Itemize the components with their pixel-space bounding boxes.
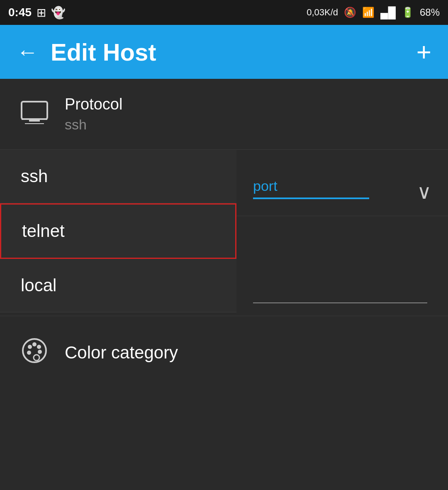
protocol-value: ssh xyxy=(65,117,122,133)
mute-icon: 🔕 xyxy=(344,7,356,18)
svg-point-7 xyxy=(37,345,41,349)
hostname-field-area xyxy=(236,216,448,316)
svg-point-10 xyxy=(34,355,39,361)
page-title: Edit Host xyxy=(51,38,156,66)
data-speed: 0,03K/d xyxy=(307,7,338,18)
port-underline xyxy=(253,197,369,199)
port-label: port xyxy=(253,178,409,194)
bbm-icon: ⊞ xyxy=(37,6,46,20)
protocol-dropdown[interactable]: ssh telnet local xyxy=(0,150,236,312)
svg-rect-0 xyxy=(22,102,47,119)
battery-percent: 68% xyxy=(420,7,440,18)
right-column: port ∨ xyxy=(236,150,448,316)
status-bar: 0:45 ⊞ 👻 0,03K/d 🔕 📶 ▄█ 🔋 68% xyxy=(0,0,448,25)
back-button[interactable]: ← xyxy=(17,39,38,64)
app-bar-left: ← Edit Host xyxy=(17,38,156,66)
dropdown-item-ssh[interactable]: ssh xyxy=(0,150,236,203)
port-field-area: port ∨ xyxy=(236,150,448,216)
monitor-icon xyxy=(21,101,48,128)
chevron-down-icon[interactable]: ∨ xyxy=(417,180,431,203)
svg-point-5 xyxy=(28,345,32,349)
status-right: 0,03K/d 🔕 📶 ▄█ 🔋 68% xyxy=(307,6,440,19)
svg-point-6 xyxy=(32,342,37,346)
protocol-row[interactable]: Protocol ssh xyxy=(0,79,448,150)
port-label-area: port xyxy=(253,178,409,203)
add-button[interactable]: + xyxy=(416,39,431,65)
status-left: 0:45 ⊞ 👻 xyxy=(8,6,66,20)
svg-point-8 xyxy=(38,350,42,354)
app-bar: ← Edit Host + xyxy=(0,25,448,79)
svg-point-9 xyxy=(27,351,31,355)
signal-icon: ▄█ xyxy=(380,6,396,19)
protocol-info: Protocol ssh xyxy=(65,95,122,133)
color-category-label: Color category xyxy=(65,343,178,363)
palette-icon xyxy=(21,337,48,368)
wifi-icon: 📶 xyxy=(362,7,375,18)
svg-rect-2 xyxy=(29,119,40,122)
content-area: Protocol ssh ssh telnet local port ∨ xyxy=(0,79,448,389)
protocol-label: Protocol xyxy=(65,95,122,113)
color-category-row[interactable]: Color category xyxy=(0,316,448,389)
row-with-dropdown: ssh telnet local port ∨ xyxy=(0,150,448,316)
status-time: 0:45 xyxy=(8,6,32,19)
battery-icon: 🔋 xyxy=(402,7,414,18)
dropdown-item-local[interactable]: local xyxy=(0,259,236,312)
hostname-underline xyxy=(253,302,427,303)
ghost-icon: 👻 xyxy=(51,6,66,20)
dropdown-item-telnet[interactable]: telnet xyxy=(0,203,236,259)
